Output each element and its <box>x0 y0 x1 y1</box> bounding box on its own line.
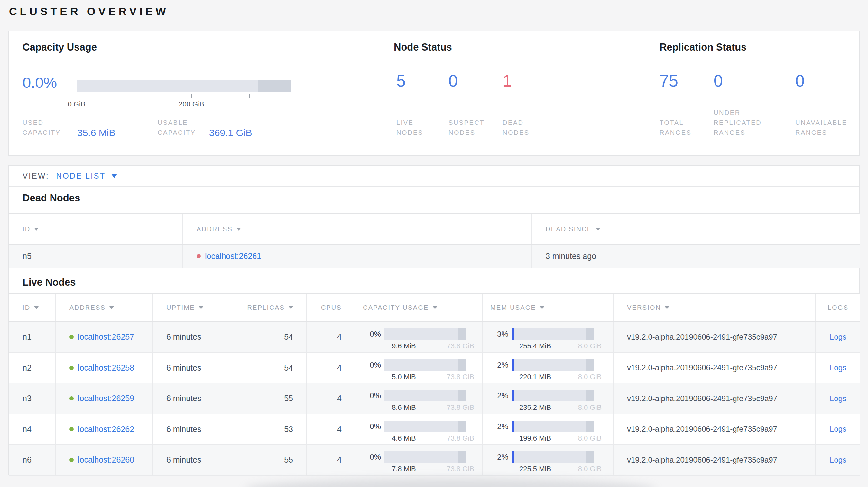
dead-since-value: 3 minutes ago <box>532 245 860 268</box>
logs-cell: Logs <box>816 322 860 352</box>
sort-desc-icon <box>34 306 39 309</box>
node-capacity-usage: 0% 9.6 MiB 73.8 GiB <box>355 322 483 352</box>
node-uptime: 6 minutes <box>153 383 225 414</box>
mem-used-value: 225.5 MiB <box>519 465 551 473</box>
dead-status-icon <box>196 254 201 258</box>
mem-percent: 2% <box>490 361 508 369</box>
total-ranges-count: 75 <box>659 72 678 89</box>
node-address-link[interactable]: localhost:26260 <box>78 455 134 464</box>
dead-nodes-label: DEAD NODES <box>502 118 541 138</box>
mem-bar <box>512 390 594 401</box>
node-id: n2 <box>9 353 56 383</box>
column-header-id[interactable]: ID <box>9 294 56 321</box>
capacity-bar <box>384 421 466 432</box>
logs-cell: Logs <box>816 383 860 414</box>
logs-link[interactable]: Logs <box>830 333 846 342</box>
dead-nodes-count: 1 <box>502 72 512 89</box>
capacity-percent: 0% <box>363 330 381 339</box>
under-replicated-ranges-label: UNDER-REPLICATED RANGES <box>714 108 770 138</box>
node-capacity-usage: 0% 5.0 MiB 73.8 GiB <box>355 353 483 383</box>
column-header-capacity-usage[interactable]: CAPACITY USAGE <box>355 294 483 321</box>
axis-tick-label: 0 GiB <box>54 100 99 108</box>
logs-cell: Logs <box>816 445 860 475</box>
sort-desc-icon <box>596 228 600 231</box>
mem-bar <box>512 421 594 432</box>
logs-cell: Logs <box>816 353 860 383</box>
capacity-percent: 0% <box>363 391 381 400</box>
node-cpus: 4 <box>307 414 355 445</box>
table-header-row: ID ADDRESS DEAD SINCE <box>9 213 860 245</box>
sort-desc-icon <box>665 306 669 309</box>
node-capacity-usage: 0% 4.6 MiB 73.8 GiB <box>355 414 483 445</box>
capacity-used-value: 9.6 MiB <box>392 342 416 350</box>
sort-desc-icon <box>34 228 39 231</box>
node-replicas: 54 <box>225 322 307 352</box>
column-header-uptime[interactable]: UPTIME <box>153 294 225 321</box>
mem-bar <box>512 328 594 340</box>
axis-tick <box>191 94 192 98</box>
usable-capacity-value: 369.1 GiB <box>209 127 252 138</box>
capacity-usage-title: Capacity Usage <box>23 41 97 53</box>
column-header-replicas[interactable]: REPLICAS <box>225 294 307 321</box>
column-header-dead-since[interactable]: DEAD SINCE <box>532 214 860 244</box>
capacity-bar <box>384 328 466 340</box>
node-mem-usage: 2% 220.1 MiB 8.0 GiB <box>483 353 614 383</box>
capacity-bar <box>384 359 466 371</box>
node-address-link[interactable]: localhost:26257 <box>78 332 134 342</box>
column-header-cpus: CPUS <box>307 294 355 321</box>
node-id: n3 <box>9 383 56 414</box>
axis-tick <box>134 94 134 98</box>
live-status-icon <box>69 396 74 400</box>
table-header-row: ID ADDRESS UPTIME REPLICAS CPUS CAPACITY… <box>9 293 860 322</box>
chevron-down-icon[interactable] <box>111 174 117 178</box>
capacity-bar <box>76 80 290 92</box>
node-version: v19.2.0-alpha.20190606-2491-gfe735c9a97 <box>614 445 816 475</box>
node-address-cell: localhost:26258 <box>56 353 153 383</box>
node-id: n6 <box>9 445 56 475</box>
table-row: n6 localhost:26260 6 minutes 55 4 0% 7.8… <box>9 445 860 476</box>
mem-total-value: 8.0 GiB <box>578 342 601 350</box>
node-id: n1 <box>9 322 56 352</box>
mem-percent: 2% <box>490 453 508 462</box>
total-ranges-label: TOTAL RANGES <box>659 118 706 138</box>
logs-link[interactable]: Logs <box>830 425 846 433</box>
node-version: v19.2.0-alpha.20190606-2491-gfe735c9a97 <box>614 414 816 445</box>
column-header-address[interactable]: ADDRESS <box>183 214 532 244</box>
node-replicas: 55 <box>225 445 307 475</box>
axis-tick <box>249 94 250 98</box>
node-address-link[interactable]: localhost:26262 <box>78 425 134 434</box>
logs-cell: Logs <box>816 414 860 445</box>
node-cpus: 4 <box>307 322 355 352</box>
table-row: n5 localhost:26261 3 minutes ago <box>9 245 860 268</box>
logs-link[interactable]: Logs <box>830 394 846 403</box>
capacity-percent: 0.0% <box>23 74 57 91</box>
cluster-summary-card: Capacity Usage 0.0% 0 GiB 200 GiB USED C… <box>8 31 860 156</box>
node-mem-usage: 2% 199.6 MiB 8.0 GiB <box>483 414 614 445</box>
node-uptime: 6 minutes <box>153 322 225 352</box>
node-address-link[interactable]: localhost:26259 <box>78 394 134 403</box>
column-header-id[interactable]: ID <box>9 214 183 244</box>
node-address-link[interactable]: localhost:26258 <box>78 363 134 372</box>
node-address-link[interactable]: localhost:26261 <box>205 252 261 261</box>
node-address-cell: localhost:26257 <box>56 322 153 352</box>
logs-link[interactable]: Logs <box>830 363 846 372</box>
logs-link[interactable]: Logs <box>830 455 846 464</box>
sort-desc-icon <box>540 306 544 309</box>
live-status-icon <box>69 427 74 431</box>
node-address-cell: localhost:26259 <box>56 383 153 414</box>
mem-used-value: 220.1 MiB <box>519 373 551 381</box>
node-capacity-usage: 0% 7.8 MiB 73.8 GiB <box>355 445 483 475</box>
sort-desc-icon <box>433 306 437 309</box>
used-capacity-label: USED CAPACITY <box>23 118 75 138</box>
unavailable-ranges-count: 0 <box>795 72 805 89</box>
unavailable-ranges-label: UNAVAILABLE RANGES <box>795 118 864 138</box>
capacity-total-value: 73.8 GiB <box>446 465 474 473</box>
column-header-mem-usage[interactable]: MEM USAGE <box>483 294 614 321</box>
column-header-address[interactable]: ADDRESS <box>56 294 153 321</box>
column-header-version[interactable]: VERSION <box>614 294 816 321</box>
table-row: n2 localhost:26258 6 minutes 54 4 0% 5.0… <box>9 353 860 384</box>
capacity-percent: 0% <box>363 361 381 369</box>
capacity-total-value: 73.8 GiB <box>446 373 474 381</box>
mem-bar <box>512 451 594 463</box>
view-selector[interactable]: NODE LIST <box>56 171 106 181</box>
